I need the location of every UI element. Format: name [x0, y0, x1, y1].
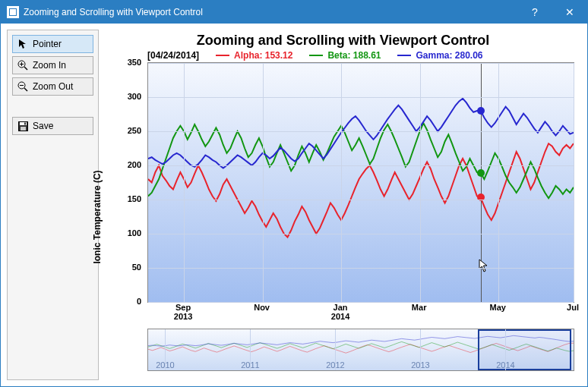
legend-item-gamma: Gamma: 280.06: [397, 50, 482, 61]
zoom-in-label: Zoom In: [33, 60, 66, 71]
pointer-icon: [17, 39, 28, 49]
svg-rect-10: [24, 122, 26, 124]
grid-line: [420, 63, 421, 302]
legend-text-gamma: Gamma: 280.06: [416, 50, 482, 61]
legend-item-beta: Beta: 188.61: [309, 50, 381, 61]
x-tick: Jan 2014: [331, 303, 349, 321]
legend-swatch-alpha: [216, 55, 229, 56]
y-tick: 300: [128, 92, 141, 101]
tracker-line: [481, 63, 482, 302]
viewport-year-label: 2010: [156, 360, 174, 370]
grid-line: [148, 63, 574, 64]
y-tick: 150: [128, 194, 141, 203]
grid-line: [148, 234, 574, 234]
grid-line: [148, 268, 574, 269]
zoom-out-label: Zoom Out: [33, 81, 73, 92]
save-label: Save: [33, 121, 53, 131]
save-icon: [17, 121, 28, 131]
legend: [04/24/2014] Alpha: 153.12 Beta: 188.61 …: [147, 50, 581, 61]
viewport-control[interactable]: 20102011201220132014: [147, 329, 574, 371]
y-tick: 50: [132, 263, 141, 272]
grid-line: [148, 97, 574, 98]
y-axis-label: Ionic Temperature (C): [92, 170, 103, 263]
help-button[interactable]: ?: [517, 1, 552, 24]
grid-line: [574, 63, 574, 302]
toolbox: Pointer Zoom In Zoom Out Save: [7, 30, 99, 380]
marker-beta: [477, 169, 485, 177]
y-tick: 250: [128, 126, 141, 135]
y-tick: 350: [128, 58, 141, 67]
legend-text-alpha: Alpha: 153.12: [234, 50, 292, 61]
save-button[interactable]: Save: [12, 117, 93, 135]
viewport-year-label: 2011: [241, 360, 259, 370]
grid-line: [341, 63, 342, 302]
legend-swatch-beta: [309, 55, 323, 56]
svg-line-1: [24, 67, 27, 70]
zoom-out-button[interactable]: Zoom Out: [12, 77, 93, 96]
svg-rect-9: [21, 127, 26, 131]
legend-item-alpha: Alpha: 153.12: [216, 50, 292, 61]
x-tick: Sep 2013: [174, 303, 192, 321]
y-tick: 0: [137, 297, 141, 306]
pointer-label: Pointer: [33, 39, 62, 49]
chart-panel: Zooming and Scrolling with Viewport Cont…: [105, 30, 581, 380]
plot-zone: Ionic Temperature (C) 050100150200250300…: [105, 62, 581, 371]
viewport-selection[interactable]: [478, 329, 571, 370]
grid-line: [148, 165, 574, 166]
y-tick: 100: [128, 228, 141, 238]
grid-line: [148, 131, 574, 132]
legend-text-beta: Beta: 188.61: [327, 50, 381, 61]
zoom-out-icon: [17, 81, 28, 92]
svg-line-5: [24, 88, 27, 91]
grid-line: [148, 200, 574, 200]
close-button[interactable]: ✕: [552, 1, 587, 24]
x-tick: Mar: [412, 303, 427, 312]
grid-line: [263, 63, 264, 302]
y-ticks: 050100150200250300350: [105, 62, 144, 301]
x-ticks: Sep 2013NovJan 2014MarMayJul: [147, 303, 581, 326]
chart-lines: [148, 63, 574, 302]
zoom-in-icon: [17, 60, 28, 71]
pointer-button[interactable]: Pointer: [12, 35, 93, 53]
legend-swatch-gamma: [397, 55, 411, 56]
x-tick: Jul: [567, 303, 579, 312]
x-tick: Nov: [254, 303, 270, 312]
grid-line: [184, 63, 185, 302]
zoom-in-button[interactable]: Zoom In: [12, 56, 93, 74]
marker-gamma: [477, 107, 485, 115]
tracker-date: [04/24/2014]: [147, 50, 199, 61]
x-tick: May: [489, 303, 505, 312]
app-icon: [7, 6, 19, 18]
plot[interactable]: [147, 62, 581, 303]
app-window: Zooming and Scrolling with Viewport Cont…: [0, 0, 588, 387]
chart-title: Zooming and Scrolling with Viewport Cont…: [105, 33, 581, 49]
window-title: Zooming and Scrolling with Viewport Cont…: [24, 7, 203, 17]
client-area: Pointer Zoom In Zoom Out Save: [1, 24, 587, 386]
grid-line: [498, 63, 499, 302]
y-tick: 200: [128, 160, 141, 169]
viewport-year-label: 2014: [496, 360, 514, 370]
viewport-year-label: 2012: [326, 360, 344, 370]
titlebar[interactable]: Zooming and Scrolling with Viewport Cont…: [1, 1, 587, 24]
viewport-year-label: 2013: [411, 360, 429, 370]
